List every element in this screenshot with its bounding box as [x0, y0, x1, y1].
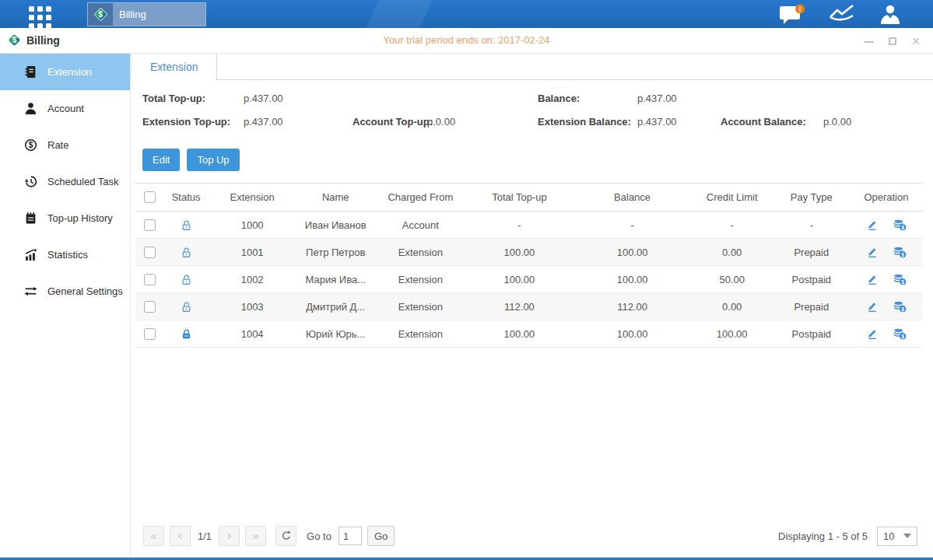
user-account-icon[interactable] [879, 4, 902, 24]
top-up-button[interactable]: Top Up [187, 149, 239, 171]
sidebar-item-account[interactable]: Account [0, 90, 130, 127]
go-button[interactable]: Go [367, 526, 395, 546]
lock-open-icon[interactable] [181, 274, 192, 285]
stat-label: Account Balance: [721, 116, 823, 128]
cell-total-topup: - [465, 212, 573, 239]
topup-coins-icon[interactable]: $ [893, 247, 907, 258]
stat-label: Total Top-up: [142, 93, 244, 104]
displaying-text: Displaying 1 - 5 of 5 [778, 530, 868, 542]
page-size-value: 10 [883, 530, 894, 542]
select-all-checkbox[interactable] [144, 191, 156, 203]
sidebar-item-label: Scheduled Task [47, 176, 119, 187]
lock-open-icon[interactable] [181, 301, 192, 313]
cell-credit-limit: 0.00 [692, 293, 773, 320]
sidebar-item-rate[interactable]: $ Rate [0, 127, 130, 163]
sidebar-item-statistics[interactable]: Statistics [0, 236, 130, 273]
cell-total-topup: 100.00 [465, 239, 573, 266]
sidebar-item-scheduled-task[interactable]: Scheduled Task [0, 163, 130, 200]
edit-button[interactable]: Edit [142, 149, 180, 171]
cell-charged-from: Extension [375, 320, 465, 348]
bottom-edge-strip [0, 557, 933, 560]
maximize-button[interactable] [886, 35, 899, 47]
next-page-button[interactable] [219, 526, 240, 546]
sliders-icon [24, 285, 37, 298]
cell-balance: 100.00 [573, 320, 692, 348]
cell-name: Дмитрий Д... [296, 293, 375, 320]
lock-open-icon[interactable] [181, 219, 192, 231]
edit-icon[interactable] [866, 327, 879, 340]
window-title-bar: Billing Your trial period ends on: 2017-… [0, 28, 933, 54]
bar-chart-arrow-icon [24, 248, 37, 261]
sidebar: Extension Account $ Rate Scheduled Task [0, 54, 131, 557]
stat-label: Balance: [538, 93, 637, 104]
svg-text:$: $ [902, 334, 905, 340]
row-checkbox[interactable] [144, 301, 156, 313]
stat-value: p.0.00 [427, 116, 455, 128]
col-operation: Operation [851, 184, 922, 212]
stat-label: Account Top-up: [353, 116, 427, 128]
row-checkbox[interactable] [144, 328, 156, 340]
cell-balance: 100.00 [573, 239, 692, 266]
goto-page-input[interactable] [338, 527, 362, 545]
sidebar-item-general-settings[interactable]: General Settings [0, 273, 130, 310]
svg-text:$: $ [902, 306, 905, 313]
sidebar-item-topup-history[interactable]: Top-up History [0, 200, 130, 236]
sidebar-item-label: Account [47, 103, 84, 114]
stat-label: Extension Balance: [538, 116, 637, 128]
main-content: Extension Total Top-up:p.437.00 Balance:… [131, 54, 933, 557]
stat-value: p.437.00 [637, 116, 677, 128]
cell-extension: 1002 [209, 266, 296, 293]
prev-page-button[interactable] [170, 526, 191, 546]
page-indicator: 1/1 [198, 530, 212, 542]
topup-coins-icon[interactable]: $ [893, 274, 907, 285]
topup-coins-icon[interactable]: $ [893, 219, 907, 231]
cell-charged-from: Extension [375, 293, 465, 320]
cell-pay-type: - [773, 212, 851, 239]
stat-value: p.437.00 [637, 93, 677, 104]
trial-notice: Your trial period ends on: 2017-02-24 [0, 34, 933, 46]
refresh-button[interactable] [275, 526, 296, 546]
person-icon [24, 102, 37, 115]
lock-open-icon[interactable] [181, 247, 192, 258]
table-header-row: Status Extension Name Charged From Total… [135, 184, 922, 212]
row-checkbox[interactable] [144, 219, 156, 231]
sidebar-item-extension[interactable]: Extension [0, 54, 130, 90]
edit-icon[interactable] [866, 300, 879, 313]
cell-credit-limit: - [692, 212, 773, 239]
chevron-down-icon [903, 534, 911, 538]
sidebar-item-label: Top-up History [47, 212, 113, 224]
cell-credit-limit: 0.00 [692, 239, 773, 266]
edit-icon[interactable] [866, 246, 879, 258]
cell-pay-type: Postpaid [773, 320, 851, 348]
svg-text:$: $ [902, 279, 905, 285]
table-row: 1001 Петр Петров Extension 100.00 100.00… [135, 239, 922, 266]
statistics-chart-icon[interactable] [829, 4, 855, 24]
svg-text:$: $ [29, 141, 33, 149]
row-checkbox[interactable] [144, 274, 156, 285]
taskbar-tab-billing[interactable]: Billing [87, 2, 206, 26]
close-button[interactable] [910, 35, 922, 47]
tab-strip: Extension [131, 54, 933, 80]
cell-extension: 1003 [209, 293, 296, 320]
row-checkbox[interactable] [144, 247, 156, 258]
last-page-button[interactable] [245, 526, 266, 546]
lock-closed-icon[interactable] [181, 328, 192, 340]
page-size-select[interactable]: 10 [877, 527, 917, 546]
messages-icon[interactable]: ! [779, 4, 805, 25]
clock-history-icon [24, 175, 37, 188]
billing-app-icon [88, 3, 113, 26]
minimize-button[interactable] [863, 35, 875, 47]
tab-extension[interactable]: Extension [131, 54, 217, 80]
topup-coins-icon[interactable]: $ [893, 301, 907, 313]
pagination-bar: 1/1 Go to Go Displaying 1 - 5 of 5 10 [131, 521, 933, 557]
col-name: Name [296, 184, 375, 212]
edit-icon[interactable] [866, 273, 879, 285]
topup-coins-icon[interactable]: $ [893, 328, 907, 340]
cell-pay-type: Prepaid [773, 293, 851, 320]
col-pay-type: Pay Type [773, 184, 851, 212]
svg-text:$: $ [902, 225, 905, 231]
svg-text:$: $ [902, 252, 905, 258]
first-page-button[interactable] [143, 526, 164, 546]
edit-icon[interactable] [866, 219, 879, 231]
app-grid-icon[interactable] [29, 6, 51, 29]
